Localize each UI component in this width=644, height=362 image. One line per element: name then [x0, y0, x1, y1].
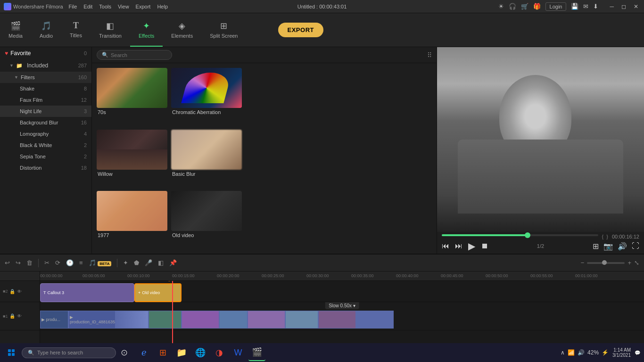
redo-button[interactable]: ↪: [16, 259, 21, 266]
effect-old-video[interactable]: Old video: [171, 191, 242, 249]
network-icon[interactable]: 📶: [568, 349, 575, 356]
sun-icon[interactable]: ☀: [498, 3, 504, 10]
zoom-in-icon[interactable]: +: [627, 259, 631, 266]
taskbar-office[interactable]: ⊞: [154, 344, 171, 361]
login-button[interactable]: Login: [545, 2, 567, 11]
toolbar-transition[interactable]: ◧ Transition: [91, 13, 130, 47]
headphones-icon[interactable]: 🎧: [509, 3, 516, 10]
transition-btn[interactable]: ◧: [158, 259, 164, 266]
split-view-icon[interactable]: ⊞: [593, 242, 599, 251]
sidebar-filters[interactable]: ▼ Filters 160: [0, 72, 91, 83]
zoom-handle[interactable]: [602, 260, 607, 265]
menu-help[interactable]: Help: [157, 4, 168, 9]
chevron-up-icon[interactable]: ∧: [561, 349, 565, 356]
menu-export[interactable]: Export: [136, 4, 151, 9]
video-clip-10[interactable]: [356, 311, 394, 329]
adjust-button[interactable]: ≡: [79, 259, 83, 266]
cut-button[interactable]: ✂: [44, 259, 50, 266]
mask-button[interactable]: ⬟: [134, 259, 139, 266]
sidebar-favorite[interactable]: ♥ Favorite 0: [0, 47, 91, 59]
download-icon[interactable]: ⬇: [593, 3, 598, 10]
taskbar-word[interactable]: W: [230, 344, 247, 361]
track-1-lock[interactable]: 🔒: [9, 313, 15, 319]
timer-button[interactable]: 🕐: [66, 259, 74, 266]
skip-back-button[interactable]: ⏮: [442, 242, 449, 250]
effect-chromatic[interactable]: Chromatic Aberration: [171, 68, 242, 126]
clip-callout[interactable]: T Callout 3: [40, 283, 134, 302]
slow-label[interactable]: Slow 0.50x ▾: [325, 302, 359, 309]
message-icon[interactable]: ✉: [583, 3, 588, 10]
video-clip-8[interactable]: [285, 311, 318, 329]
taskbar-chrome2[interactable]: ◑: [211, 344, 228, 361]
menu-file[interactable]: File: [69, 4, 77, 9]
effects-track-button[interactable]: ✦: [123, 259, 128, 266]
taskbar-filmora[interactable]: 🎬: [248, 344, 265, 361]
video-clip-2[interactable]: ▶ production_ID_4881635: [68, 311, 116, 329]
video-clip-7[interactable]: [248, 311, 285, 329]
clip-old-video-effects[interactable]: + Old video: [134, 283, 182, 302]
toolbar-effects[interactable]: ✦ Effects: [130, 13, 163, 47]
effect-willow[interactable]: Willow: [97, 130, 167, 188]
effect-basic-blur[interactable]: Basic Blur: [171, 130, 242, 188]
zoom-out-icon[interactable]: −: [581, 259, 585, 266]
taskbar-edge[interactable]: ℯ: [135, 344, 152, 361]
volume-icon[interactable]: 🔊: [618, 242, 627, 251]
sidebar-distortion[interactable]: Distortion 18: [0, 162, 91, 173]
taskbar-files[interactable]: 📁: [173, 344, 190, 361]
video-clip-5[interactable]: [182, 311, 219, 329]
taskbar-search[interactable]: 🔍 Type here to search: [22, 347, 116, 358]
effect-1977[interactable]: 1977: [97, 191, 167, 249]
save-icon[interactable]: 💾: [571, 3, 578, 10]
sidebar-bg-blur[interactable]: Background Blur 16: [0, 117, 91, 128]
toolbar-split[interactable]: ⊞ Split Screen: [201, 13, 246, 47]
toolbar-titles[interactable]: T Titles: [61, 13, 91, 47]
play-button[interactable]: ▶: [468, 240, 475, 252]
sidebar-shake[interactable]: Shake 8: [0, 83, 91, 94]
close-button[interactable]: ✕: [632, 3, 640, 10]
video-clip-3[interactable]: [116, 311, 149, 329]
undo-button[interactable]: ↩: [5, 259, 10, 266]
video-clip-9[interactable]: [318, 311, 356, 329]
sidebar-sepia[interactable]: Sepia Tone 2: [0, 151, 91, 162]
restore-button[interactable]: ◻: [619, 3, 628, 10]
grid-toggle-icon[interactable]: ⠿: [427, 51, 432, 59]
notification-icon[interactable]: 💬: [635, 350, 640, 355]
sidebar-lomography[interactable]: Lomography 4: [0, 128, 91, 140]
video-clip-4[interactable]: [149, 311, 182, 329]
progress-handle[interactable]: [525, 232, 530, 238]
export-button[interactable]: EXPORT: [278, 23, 323, 37]
cortana-icon[interactable]: ⊙: [119, 347, 130, 358]
sidebar-night-life[interactable]: Night Life 3: [0, 106, 91, 117]
progress-bar[interactable]: [442, 234, 598, 236]
clock-area[interactable]: 1:14 AM 3/1/2021: [612, 347, 631, 358]
crop-button[interactable]: ⟳: [55, 259, 60, 266]
search-input[interactable]: [111, 52, 167, 58]
minimize-button[interactable]: ─: [608, 3, 616, 10]
delete-button[interactable]: 🗑: [26, 259, 33, 266]
step-back-button[interactable]: ⏭: [455, 242, 462, 250]
voice-button[interactable]: 🎤: [145, 259, 152, 266]
stabilize-button[interactable]: 📌: [169, 259, 177, 266]
video-clip-1[interactable]: ▶ produ...: [40, 311, 68, 329]
sidebar-black-white[interactable]: Black & White 2: [0, 140, 91, 151]
audio-track-button[interactable]: 🎵 BETA: [89, 259, 112, 266]
screenshot-icon[interactable]: 📷: [603, 242, 613, 251]
start-button[interactable]: [4, 345, 19, 360]
speaker-icon[interactable]: 🔊: [578, 349, 585, 356]
toolbar-media[interactable]: 🎬 Media: [0, 13, 31, 47]
menu-tools[interactable]: Tools: [99, 4, 111, 9]
gift-icon[interactable]: 🎁: [533, 3, 541, 10]
effect-70s[interactable]: 70s: [97, 68, 167, 126]
fit-icon[interactable]: ⤡: [634, 259, 639, 266]
fullscreen-icon[interactable]: ⛶: [632, 242, 639, 250]
taskbar-chrome[interactable]: 🌐: [192, 344, 209, 361]
track-2-eye[interactable]: 👁: [17, 289, 22, 294]
menu-view[interactable]: View: [118, 4, 129, 9]
video-clip-6[interactable]: [219, 311, 248, 329]
toolbar-audio[interactable]: 🎵 Audio: [31, 13, 61, 47]
track-1-eye[interactable]: 👁: [17, 313, 22, 319]
stop-button[interactable]: ⏹: [481, 242, 488, 250]
menu-edit[interactable]: Edit: [83, 4, 92, 9]
toolbar-elements[interactable]: ◈ Elements: [163, 13, 201, 47]
cart-icon[interactable]: 🛒: [521, 3, 528, 10]
